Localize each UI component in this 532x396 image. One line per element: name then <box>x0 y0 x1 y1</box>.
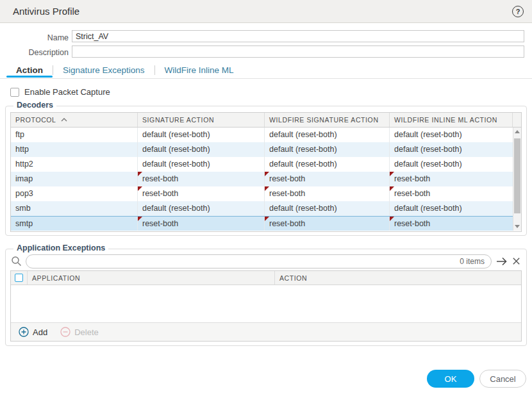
scroll-down-arrow-icon[interactable] <box>513 223 521 231</box>
decoder-protocol-cell[interactable]: pop3 <box>11 186 138 201</box>
decoders-table-header: PROTOCOL SIGNATURE ACTION WILDFIRE SIGNA… <box>11 113 521 128</box>
tab-bar: Action Signature Exceptions WildFire Inl… <box>6 63 244 78</box>
tab-signature-exceptions[interactable]: Signature Exceptions <box>53 63 154 78</box>
tab-action[interactable]: Action <box>6 63 53 78</box>
decoder-protocol-cell[interactable]: http2 <box>11 157 138 172</box>
search-icon <box>11 256 22 267</box>
add-button-label: Add <box>33 327 47 337</box>
decoders-table-body: ftpdefault (reset-both)default (reset-bo… <box>11 128 521 231</box>
cancel-button[interactable]: Cancel <box>479 370 526 388</box>
clear-filter-icon[interactable] <box>511 256 522 267</box>
minus-circle-icon <box>60 327 71 337</box>
column-header-action[interactable]: ACTION <box>275 271 521 285</box>
enable-packet-capture-label: Enable Packet Capture <box>24 87 110 97</box>
application-exceptions-table-footer: Add Delete <box>11 322 521 341</box>
description-input[interactable] <box>72 45 524 58</box>
scroll-up-arrow-icon[interactable] <box>513 128 521 135</box>
ok-button[interactable]: OK <box>427 370 474 388</box>
decoder-action-cell[interactable]: default (reset-both) <box>265 128 390 142</box>
decoder-action-cell[interactable]: default (reset-both) <box>265 142 390 157</box>
decoder-action-cell[interactable]: default (reset-both) <box>390 157 521 172</box>
description-label: Description <box>8 47 69 58</box>
decoder-protocol-cell[interactable]: smb <box>11 201 138 216</box>
decoder-action-cell[interactable]: default (reset-both) <box>390 142 521 157</box>
decoder-action-cell[interactable]: reset-both <box>390 186 521 201</box>
decoder-action-cell[interactable]: default (reset-both) <box>138 157 265 172</box>
column-header-application[interactable]: APPLICATION <box>28 271 275 285</box>
decoder-row-smtp[interactable]: smtpreset-bothreset-bothreset-both <box>11 216 521 231</box>
select-all-cell <box>11 271 28 285</box>
scrollbar-thumb[interactable] <box>514 138 520 213</box>
sort-ascending-icon <box>61 118 67 122</box>
enable-packet-capture-row[interactable]: Enable Packet Capture <box>10 87 110 97</box>
column-header-action-label: ACTION <box>279 274 307 282</box>
help-glyph: ? <box>516 8 520 15</box>
column-header-wildfire-signature-action[interactable]: WILDFIRE SIGNATURE ACTION <box>265 113 390 127</box>
enable-packet-capture-checkbox[interactable] <box>10 88 19 97</box>
decoder-row-smb[interactable]: smbdefault (reset-both)default (reset-bo… <box>11 201 521 216</box>
plus-circle-icon <box>19 327 29 337</box>
decoders-table-body-rows: ftpdefault (reset-both)default (reset-bo… <box>11 128 521 231</box>
decoder-protocol-cell[interactable]: imap <box>11 172 138 186</box>
decoder-action-cell[interactable]: reset-both <box>265 186 390 201</box>
decoder-action-cell[interactable]: default (reset-both) <box>390 201 521 216</box>
delete-button-label: Delete <box>74 327 99 337</box>
delete-button[interactable]: Delete <box>60 327 99 337</box>
decoder-row-http2[interactable]: http2default (reset-both)default (reset-… <box>11 157 521 172</box>
decoder-action-cell[interactable]: reset-both <box>390 172 521 186</box>
tabs-divider <box>0 78 532 79</box>
decoder-action-cell[interactable]: reset-both <box>138 217 265 231</box>
antivirus-profile-dialog: { "colors": { "accent": "#0ba6e9", "tab-… <box>0 0 532 396</box>
tab-wildfire-inline-ml-label: WildFire Inline ML <box>165 65 234 75</box>
decoders-table: PROTOCOL SIGNATURE ACTION WILDFIRE SIGNA… <box>10 112 522 232</box>
decoder-action-cell[interactable]: default (reset-both) <box>138 142 265 157</box>
tab-signature-exceptions-label: Signature Exceptions <box>63 65 145 75</box>
tab-wildfire-inline-ml[interactable]: WildFire Inline ML <box>155 63 244 78</box>
column-header-signature-action-label: SIGNATURE ACTION <box>142 116 214 124</box>
application-exceptions-section: Application Exceptions 0 items APPLICATI… <box>5 249 527 346</box>
decoder-action-cell[interactable]: reset-both <box>138 186 265 201</box>
tab-action-label: Action <box>16 65 43 75</box>
decoder-action-cell[interactable]: default (reset-both) <box>138 201 265 216</box>
decoder-action-cell[interactable]: default (reset-both) <box>265 201 390 216</box>
decoder-protocol-cell[interactable]: http <box>11 142 138 157</box>
application-exceptions-table-body <box>11 285 521 322</box>
column-header-signature-action[interactable]: SIGNATURE ACTION <box>138 113 265 127</box>
select-all-checkbox[interactable] <box>15 274 23 282</box>
column-header-application-label: APPLICATION <box>32 274 80 282</box>
dialog-title: Antivirus Profile <box>13 6 79 17</box>
column-header-wildfire-inline-ml-action-label: WILDFIRE INLINE ML ACTION <box>394 116 497 124</box>
help-icon[interactable]: ? <box>512 6 524 17</box>
application-exceptions-table-header: APPLICATION ACTION <box>11 271 521 285</box>
column-header-protocol-label: PROTOCOL <box>15 116 56 124</box>
add-button[interactable]: Add <box>19 327 47 337</box>
decoder-row-ftp[interactable]: ftpdefault (reset-both)default (reset-bo… <box>11 128 521 142</box>
column-header-protocol[interactable]: PROTOCOL <box>11 113 138 127</box>
column-header-wildfire-inline-ml-action[interactable]: WILDFIRE INLINE ML ACTION <box>390 113 513 127</box>
decoders-scrollbar[interactable] <box>513 128 521 231</box>
decoders-legend: Decoders <box>13 101 56 110</box>
column-header-wildfire-signature-action-label: WILDFIRE SIGNATURE ACTION <box>269 116 379 124</box>
decoder-action-cell[interactable]: reset-both <box>265 217 390 231</box>
decoder-protocol-cell[interactable]: ftp <box>11 128 138 142</box>
dialog-titlebar: Antivirus Profile <box>0 0 532 23</box>
decoder-action-cell[interactable]: reset-both <box>265 172 390 186</box>
decoder-action-cell[interactable]: default (reset-both) <box>390 128 521 142</box>
items-count-badge: 0 items <box>460 257 485 266</box>
name-label: Name <box>8 33 69 43</box>
application-exceptions-legend: Application Exceptions <box>13 243 108 252</box>
decoder-action-cell[interactable]: reset-both <box>138 172 265 186</box>
name-input[interactable] <box>72 30 524 42</box>
decoders-section: Decoders PROTOCOL SIGNATURE ACTION WILDF… <box>5 106 527 236</box>
decoder-row-http[interactable]: httpdefault (reset-both)default (reset-b… <box>11 142 521 157</box>
decoder-action-cell[interactable]: default (reset-both) <box>265 157 390 172</box>
decoder-action-cell[interactable]: reset-both <box>390 217 521 231</box>
decoder-action-cell[interactable]: default (reset-both) <box>138 128 265 142</box>
application-exceptions-table: APPLICATION ACTION Add Delete <box>10 270 522 342</box>
decoder-protocol-cell[interactable]: smtp <box>11 217 138 231</box>
decoder-row-pop3[interactable]: pop3reset-bothreset-bothreset-both <box>11 186 521 201</box>
apply-filter-arrow-icon[interactable] <box>495 255 510 268</box>
decoder-row-imap[interactable]: imapreset-bothreset-bothreset-both <box>11 172 521 186</box>
application-search-input[interactable]: 0 items <box>26 254 492 268</box>
